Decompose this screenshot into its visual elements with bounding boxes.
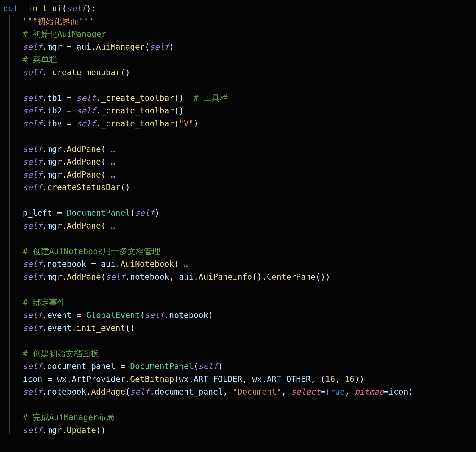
fold-icon[interactable]: … [111,157,116,167]
fold-icon[interactable]: … [184,259,189,269]
param-self: self [67,4,86,13]
comment-docpanel: # 创建初始文档面板 [23,349,99,358]
comment-init-mgr: # 初始化AuiManager [23,29,106,39]
fn-name: _init_ui [23,4,62,13]
docstring: """初始化界面""" [23,17,93,26]
comment-notebook: # 创建AuiNotebook用于多文档管理 [23,247,160,256]
kw-def: def [3,4,18,13]
fold-icon[interactable]: … [111,170,116,179]
comment-bind-events: # 绑定事件 [23,298,66,307]
indent-guide [9,15,10,434]
fold-icon[interactable]: … [111,145,116,154]
comment-toolbar: # 工具栏 [194,93,228,103]
code-block: def _init_ui(self): """初始化界面""" # 初始化Aui… [0,0,476,439]
comment-finish: # 完成AuiManager布局 [23,413,114,422]
fold-icon[interactable]: … [111,221,116,231]
comment-menubar: # 菜单栏 [23,55,57,64]
